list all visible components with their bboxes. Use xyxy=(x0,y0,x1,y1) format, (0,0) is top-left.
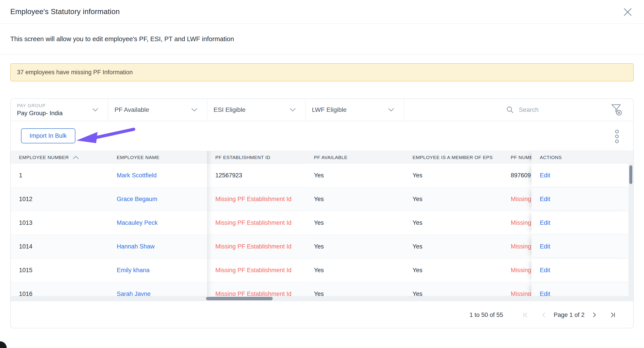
column-label: EMPLOYEE NUMBER xyxy=(19,155,69,160)
previous-page-button[interactable] xyxy=(540,310,547,320)
cell-pf-number: Missing xyxy=(502,211,532,234)
employee-name-link[interactable]: Grace Begaum xyxy=(117,196,158,203)
cell-pf-available: Yes xyxy=(306,164,404,187)
chevron-down-icon xyxy=(191,108,198,112)
edit-link[interactable]: Edit xyxy=(540,172,550,179)
cell-eps-member: Yes xyxy=(404,258,502,282)
esi-eligible-filter[interactable]: ESI Eligible xyxy=(207,99,306,121)
modal-description: This screen will allow you to edit emplo… xyxy=(0,24,644,54)
chevron-left-icon xyxy=(542,312,546,318)
cell-employee-number: 1014 xyxy=(11,235,108,258)
cell-pf-available: Yes xyxy=(306,235,404,258)
chevron-right-icon xyxy=(592,312,596,318)
next-page-button[interactable] xyxy=(591,310,598,320)
pf-available-filter[interactable]: PF Available xyxy=(108,99,207,121)
edit-link[interactable]: Edit xyxy=(540,220,550,226)
first-page-icon xyxy=(522,312,528,318)
column-header-pf-available: PF AVAILABLE xyxy=(306,151,404,164)
employee-name-link[interactable]: Emily khana xyxy=(117,267,150,274)
cell-pf-number: Missing xyxy=(502,258,532,282)
more-options-button[interactable] xyxy=(614,129,620,144)
cell-pf-available: Yes xyxy=(306,188,404,211)
edit-link[interactable]: Edit xyxy=(540,196,550,203)
horizontal-scrollbar xyxy=(11,296,633,301)
column-header-eps-member: EMPLOYEE IS A MEMBER OF EPS xyxy=(404,151,502,164)
employee-name-link[interactable]: Mark Scottfield xyxy=(117,172,157,179)
table-header-row: EMPLOYEE NUMBER EMPLOYEE NAME PF ESTABLI… xyxy=(11,151,633,164)
filter-clear-icon xyxy=(610,103,623,117)
modal-header: Employee's Statutory information xyxy=(0,0,644,24)
cell-employee-number: 1012 xyxy=(11,188,108,211)
last-page-button[interactable] xyxy=(609,310,617,320)
vertical-scrollbar-thumb[interactable] xyxy=(629,165,633,184)
search-box[interactable]: Search xyxy=(404,99,633,121)
pagination-bar: 1 to 50 of 55 Page 1 of 2 xyxy=(11,301,633,328)
column-header-employee-number[interactable]: EMPLOYEE NUMBER xyxy=(11,151,108,164)
cell-eps-member: Yes xyxy=(404,235,502,258)
table-row: 1014 Hannah Shaw Missing PF Establishmen… xyxy=(11,235,633,258)
chevron-down-icon xyxy=(290,108,296,112)
missing-pf-warning-banner: 37 employees have missing PF Information xyxy=(10,63,634,82)
employee-table-card: PAY GROUP Pay Group- India PF Available … xyxy=(10,98,634,328)
cell-employee-number: 1013 xyxy=(11,211,108,234)
annotation-arrow xyxy=(75,126,138,146)
employee-name-link[interactable]: Hannah Shaw xyxy=(117,243,155,250)
edit-link[interactable]: Edit xyxy=(540,267,550,274)
table-row: 1 Mark Scottfield 12567923 Yes Yes 89760… xyxy=(11,164,633,188)
cell-pf-available: Yes xyxy=(306,211,404,234)
kebab-menu-icon xyxy=(614,129,620,144)
first-page-button[interactable] xyxy=(521,310,530,320)
column-header-pf-establishment-id: PF ESTABLISHMENT ID xyxy=(207,151,306,164)
table-body: 1 Mark Scottfield 12567923 Yes Yes 89760… xyxy=(11,164,633,301)
table-row: 1013 Macauley Peck Missing PF Establishm… xyxy=(11,211,633,235)
edit-link[interactable]: Edit xyxy=(540,243,550,250)
chevron-down-icon xyxy=(92,108,98,112)
warning-text: 37 employees have missing PF Information xyxy=(17,69,133,76)
search-input[interactable]: Search xyxy=(519,106,539,114)
close-button[interactable] xyxy=(622,7,633,17)
cell-pf-number: 897609 xyxy=(502,164,532,187)
cell-eps-member: Yes xyxy=(404,164,502,187)
horizontal-scrollbar-thumb[interactable] xyxy=(206,296,273,301)
statutory-info-modal: Employee's Statutory information This sc… xyxy=(0,0,644,348)
chevron-down-icon xyxy=(388,108,394,112)
cell-employee-number: 1 xyxy=(11,164,108,187)
table-toolbar: Import In Bulk xyxy=(11,121,633,151)
column-header-actions: ACTIONS xyxy=(532,151,633,164)
cell-pf-establishment-id: Missing PF Establishment Id xyxy=(207,211,306,234)
page-title: Employee's Statutory information xyxy=(10,8,120,16)
lwf-eligible-filter[interactable]: LWF Eligible xyxy=(306,99,404,121)
cell-pf-establishment-id: 12567923 xyxy=(207,164,306,187)
cell-pf-number: Missing xyxy=(502,235,532,258)
clear-filters-button[interactable] xyxy=(610,103,623,117)
pagination-range: 1 to 50 of 55 xyxy=(470,312,503,318)
cell-pf-establishment-id: Missing PF Establishment Id xyxy=(207,258,306,282)
pay-group-filter[interactable]: PAY GROUP Pay Group- India xyxy=(11,99,108,121)
cell-pf-establishment-id: Missing PF Establishment Id xyxy=(207,188,306,211)
employee-name-link[interactable]: Macauley Peck xyxy=(117,220,158,226)
sort-ascending-icon xyxy=(72,156,79,160)
cell-employee-number: 1015 xyxy=(11,258,108,282)
cell-eps-member: Yes xyxy=(404,188,502,211)
cell-eps-member: Yes xyxy=(404,211,502,234)
pagination-page-label: Page 1 of 2 xyxy=(554,312,584,318)
filter-bar: PAY GROUP Pay Group- India PF Available … xyxy=(11,99,633,121)
vertical-scrollbar xyxy=(628,164,633,296)
search-icon xyxy=(506,106,514,114)
cell-pf-available: Yes xyxy=(306,258,404,282)
table-row: 1012 Grace Begaum Missing PF Establishme… xyxy=(11,188,633,211)
screen-corner-widget xyxy=(0,341,7,348)
cell-pf-establishment-id: Missing PF Establishment Id xyxy=(207,235,306,258)
table-row: 1015 Emily khana Missing PF Establishmen… xyxy=(11,258,633,282)
last-page-icon xyxy=(610,312,616,318)
close-icon xyxy=(622,7,633,17)
column-header-employee-name: EMPLOYEE NAME xyxy=(108,151,207,164)
import-in-bulk-button[interactable]: Import In Bulk xyxy=(21,128,75,143)
pay-group-label: PAY GROUP xyxy=(17,103,108,108)
column-header-pf-number: PF NUMBER xyxy=(502,151,532,164)
cell-pf-number: Missing xyxy=(502,188,532,211)
